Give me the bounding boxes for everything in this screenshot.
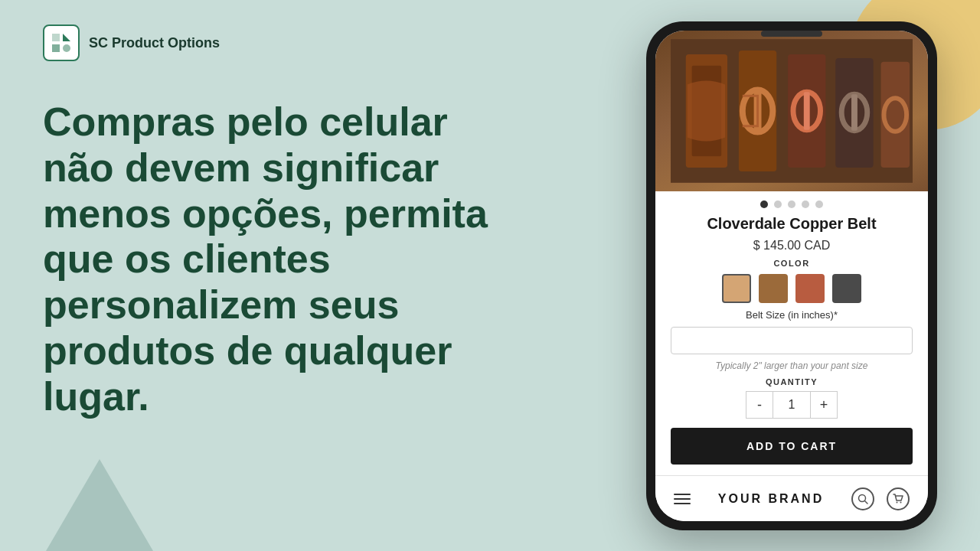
brand-name: YOUR BRAND	[718, 492, 824, 506]
quantity-display: 1	[773, 391, 810, 419]
app-logo-text: SC Product Options	[89, 35, 220, 51]
svg-point-19	[900, 501, 901, 503]
main-headline: Compras pelo celular não devem significa…	[43, 99, 518, 420]
belt-buckles-visual	[655, 31, 928, 191]
app-logo-icon	[43, 24, 80, 61]
quantity-section: QUANTITY - 1 +	[671, 377, 913, 419]
hamburger-line-3	[674, 503, 691, 504]
app-header: SC Product Options	[43, 24, 220, 61]
carousel-dot-1[interactable]	[760, 201, 768, 208]
belt-size-hint: Typically 2" larger than your pant size	[671, 360, 913, 371]
phone-mockup: Cloverdale Copper Belt $ 145.00 CAD COLO…	[646, 21, 937, 530]
hamburger-menu-icon[interactable]	[674, 494, 691, 504]
nav-icons	[851, 487, 910, 510]
swatch-copper-dark[interactable]	[759, 274, 788, 303]
quantity-increase-button[interactable]: +	[810, 391, 838, 419]
carousel-dot-3[interactable]	[788, 201, 795, 208]
product-price: $ 145.00 CAD	[671, 239, 913, 253]
svg-rect-1	[63, 44, 70, 52]
carousel-dots	[655, 191, 928, 214]
cart-icon-button[interactable]	[887, 487, 910, 510]
svg-rect-13	[851, 94, 858, 130]
quantity-label: QUANTITY	[766, 377, 818, 386]
hamburger-line-2	[674, 498, 691, 500]
phone-frame: Cloverdale Copper Belt $ 145.00 CAD COLO…	[646, 21, 937, 530]
belt-size-label: Belt Size (in inches)*	[671, 309, 913, 321]
carousel-dot-4[interactable]	[802, 201, 809, 208]
add-to-cart-button[interactable]: ADD TO CART	[671, 428, 913, 465]
product-image	[655, 31, 928, 191]
deco-triangle-bottom-left	[46, 459, 153, 551]
phone-bottom-bar: YOUR BRAND	[655, 475, 928, 521]
swatch-rust[interactable]	[795, 274, 825, 303]
svg-rect-10	[804, 92, 810, 129]
swatch-tan[interactable]	[722, 274, 751, 303]
left-content-area: Compras pelo celular não devem significa…	[43, 99, 518, 420]
product-title: Cloverdale Copper Belt	[671, 214, 913, 233]
carousel-dot-5[interactable]	[815, 201, 823, 208]
product-details: Cloverdale Copper Belt $ 145.00 CAD COLO…	[655, 214, 928, 475]
color-section-label: COLOR	[671, 259, 913, 268]
quantity-controls: - 1 +	[746, 391, 838, 419]
search-icon-button[interactable]	[851, 487, 874, 510]
phone-screen: Cloverdale Copper Belt $ 145.00 CAD COLO…	[655, 31, 928, 521]
quantity-decrease-button[interactable]: -	[746, 391, 773, 419]
belt-size-input[interactable]	[671, 327, 913, 354]
carousel-dot-2[interactable]	[774, 201, 782, 208]
phone-notch	[761, 31, 822, 37]
swatch-charcoal[interactable]	[832, 274, 861, 303]
svg-line-17	[864, 500, 867, 504]
color-swatches	[671, 274, 913, 303]
svg-point-18	[896, 501, 897, 503]
hamburger-line-1	[674, 494, 691, 495]
